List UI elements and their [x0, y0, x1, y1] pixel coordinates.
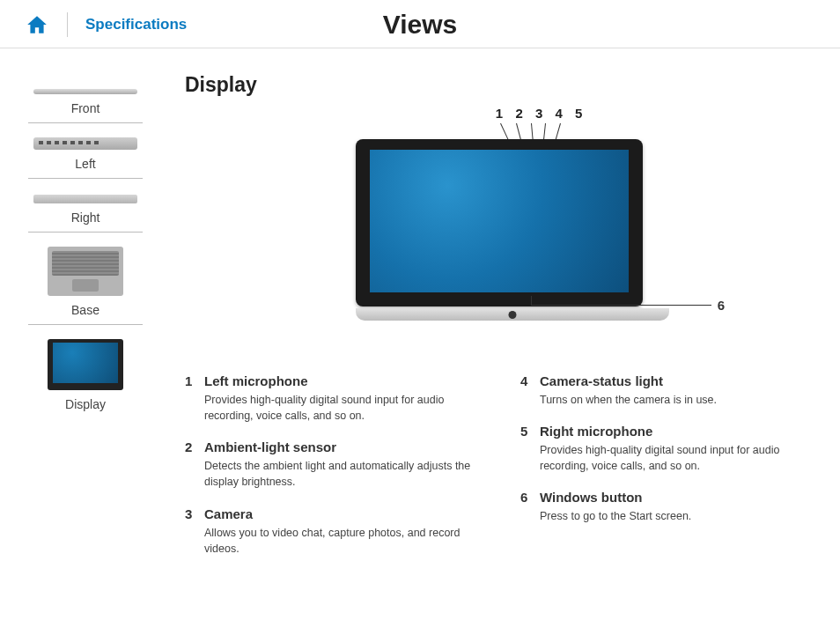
laptop-screen [370, 150, 629, 292]
thumb-left-icon [33, 137, 137, 150]
views-sidebar: Front Left Right Base Display [0, 73, 158, 572]
callouts-top: 1 2 3 4 5 [493, 106, 586, 121]
description-col-right: 4 Camera-status light Turns on when the … [520, 373, 814, 572]
home-icon[interactable] [25, 13, 49, 36]
content-area: Display 1 2 3 4 5 6 [158, 73, 840, 572]
desc-number: 6 [520, 490, 540, 524]
description-item: 4 Camera-status light Turns on when the … [520, 373, 814, 408]
leader-line [555, 123, 560, 141]
desc-title: Camera-status light [540, 373, 814, 388]
description-item: 5 Right microphone Provides high-quality… [520, 424, 814, 474]
desc-text: Provides high-quality digital sound inpu… [204, 392, 478, 424]
laptop-illustration [356, 139, 643, 321]
callout-num: 3 [535, 106, 544, 121]
callout-num: 4 [555, 106, 564, 121]
thumb-right-icon [33, 195, 137, 203]
desc-text: Provides high-quality digital sound inpu… [540, 442, 814, 474]
page-title: Views [383, 10, 458, 40]
leader-line [543, 123, 546, 141]
callout-num: 2 [515, 106, 524, 121]
leader-line [500, 123, 508, 140]
leader-line [531, 305, 711, 306]
desc-number: 2 [185, 439, 204, 490]
desc-number: 3 [185, 506, 204, 557]
sidebar-item-label: Display [28, 397, 143, 411]
sidebar-item-base[interactable]: Base [28, 247, 143, 325]
header-divider [67, 12, 68, 37]
desc-title: Camera [204, 506, 478, 521]
section-title: Display [185, 73, 814, 97]
description-item: 2 Ambient-light sensor Detects the ambie… [185, 439, 478, 490]
callout-num: 5 [575, 106, 584, 121]
callout-num: 6 [718, 298, 725, 313]
desc-title: Ambient-light sensor [204, 439, 478, 454]
laptop-base [356, 308, 669, 321]
callout-num: 1 [496, 106, 505, 121]
desc-text: Allows you to video chat, capture photos… [204, 525, 478, 557]
desc-text: Press to go to the Start screen. [540, 508, 814, 524]
leader-line [516, 123, 521, 141]
desc-title: Right microphone [540, 424, 814, 439]
sidebar-item-label: Left [28, 157, 143, 171]
desc-title: Left microphone [204, 373, 478, 388]
description-item: 1 Left microphone Provides high-quality … [185, 373, 478, 424]
description-col-left: 1 Left microphone Provides high-quality … [185, 373, 478, 572]
specifications-link[interactable]: Specifications [85, 16, 187, 33]
sidebar-item-label: Base [28, 303, 143, 317]
leader-line [531, 123, 534, 141]
thumb-display-icon [48, 339, 123, 390]
sidebar-item-label: Front [28, 101, 143, 115]
sidebar-item-display[interactable]: Display [28, 339, 143, 418]
thumb-front-icon [33, 89, 137, 94]
description-item: 3 Camera Allows you to video chat, captu… [185, 506, 478, 557]
sidebar-item-left[interactable]: Left [28, 137, 143, 179]
description-columns: 1 Left microphone Provides high-quality … [185, 373, 814, 572]
desc-title: Windows button [540, 490, 814, 505]
desc-number: 5 [520, 424, 540, 474]
main-layout: Front Left Right Base Display Display [0, 48, 840, 572]
desc-number: 1 [185, 373, 204, 424]
description-item: 6 Windows button Press to go to the Star… [520, 490, 814, 524]
desc-number: 4 [520, 373, 540, 408]
desc-text: Detects the ambient light and automatica… [204, 458, 478, 490]
sidebar-item-front[interactable]: Front [28, 89, 143, 123]
figure-display-view: 1 2 3 4 5 6 [185, 106, 814, 352]
sidebar-item-label: Right [28, 210, 143, 225]
desc-text: Turns on when the camera is in use. [540, 392, 814, 408]
laptop-lid [356, 139, 643, 306]
sidebar-item-right[interactable]: Right [28, 195, 143, 233]
header-bar: Specifications Views [0, 0, 840, 48]
thumb-base-icon [48, 247, 123, 296]
